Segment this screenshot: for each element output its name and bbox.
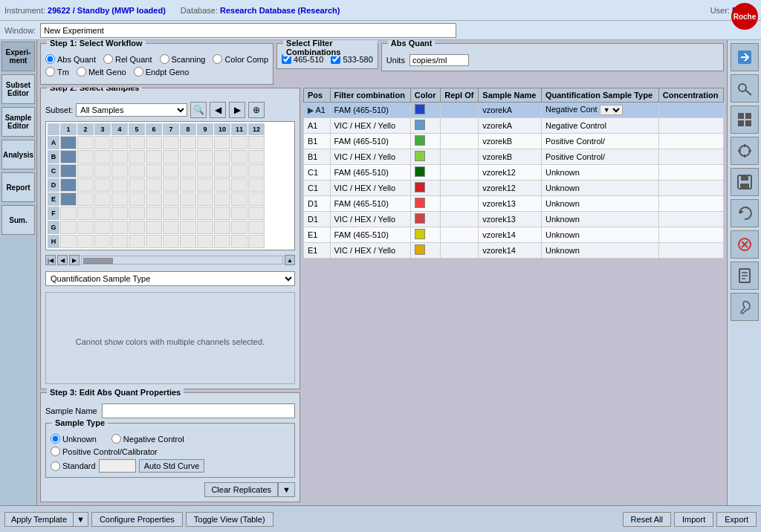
plate-cell-e2[interactable] <box>77 192 94 206</box>
plate-cell-f8[interactable] <box>180 207 196 220</box>
nav-prev[interactable]: ◀ <box>57 255 68 265</box>
plate-cell-b9[interactable] <box>197 150 213 163</box>
plate-cell-c7[interactable] <box>163 164 179 178</box>
plate-cell-d5[interactable] <box>129 178 145 192</box>
plate-cell-g5[interactable] <box>129 221 145 234</box>
plate-cell-a2[interactable] <box>77 136 94 149</box>
clear-replicates-arrow[interactable]: ▼ <box>278 482 295 497</box>
plate-cell-c3[interactable] <box>94 164 111 178</box>
plate-cell-f5[interactable] <box>129 207 145 220</box>
plate-cell-f1[interactable] <box>60 207 77 220</box>
plate-cell-e9[interactable] <box>197 192 213 206</box>
plate-cell-c12[interactable] <box>248 164 265 178</box>
plate-cell-c8[interactable] <box>180 164 196 178</box>
plate-cell-b2[interactable] <box>77 150 94 163</box>
plate-cell-h7[interactable] <box>163 235 179 248</box>
table-scroll[interactable]: Pos Filter combination Color Repl Of Sam… <box>303 88 724 502</box>
plate-cell-b11[interactable] <box>231 150 247 163</box>
table-row[interactable]: E1FAM (465-510)vzorek14Unknown <box>304 227 724 243</box>
concentration-input[interactable] <box>99 459 136 473</box>
zoom-icon[interactable]: ⊕ <box>248 102 265 118</box>
plate-cell-c9[interactable] <box>197 164 213 178</box>
plate-cell-b1[interactable] <box>60 150 77 163</box>
plate-cell-e12[interactable] <box>248 192 265 206</box>
plate-cell-a3[interactable] <box>94 136 111 149</box>
plate-cell-g8[interactable] <box>180 221 196 234</box>
units-input[interactable] <box>409 54 469 66</box>
apply-template-arrow[interactable]: ▼ <box>74 512 88 527</box>
nav-next[interactable]: ▶ <box>69 255 80 265</box>
plate-cell-e8[interactable] <box>180 192 196 206</box>
right-icon-key[interactable] <box>731 74 759 103</box>
plate-cell-e11[interactable] <box>231 192 247 206</box>
plate-cell-a6[interactable] <box>146 136 162 149</box>
nav-up[interactable]: ▲ <box>285 255 295 265</box>
plate-cell-h10[interactable] <box>214 235 230 248</box>
clear-replicates-button[interactable]: Clear Replicates <box>204 482 278 497</box>
plate-cell-a8[interactable] <box>180 136 196 149</box>
plate-cell-b3[interactable] <box>94 150 111 163</box>
plate-cell-d1[interactable] <box>60 178 77 192</box>
plate-cell-d11[interactable] <box>231 178 247 192</box>
plate-cell-f11[interactable] <box>231 207 247 220</box>
search-icon[interactable]: 🔍 <box>190 102 207 118</box>
plate-cell-a11[interactable] <box>231 136 247 149</box>
sidebar-item-subset-editor[interactable]: Subset Editor <box>1 74 35 104</box>
import-button[interactable]: Import <box>674 512 713 527</box>
right-icon-grid[interactable] <box>731 106 759 134</box>
plate-cell-a1[interactable] <box>60 136 77 149</box>
next-icon[interactable]: ▶ <box>229 102 245 118</box>
plate-cell-f12[interactable] <box>248 207 265 220</box>
plate-cell-d8[interactable] <box>180 178 196 192</box>
plate-cell-g4[interactable] <box>111 221 128 234</box>
plate-cell-b6[interactable] <box>146 150 162 163</box>
right-icon-doc[interactable] <box>731 262 759 290</box>
radio-abs-quant[interactable]: Abs Quant <box>45 54 96 64</box>
plate-cell-b12[interactable] <box>248 150 265 163</box>
plate-cell-h6[interactable] <box>146 235 162 248</box>
radio-rel-quant[interactable]: Rel Quant <box>103 54 152 64</box>
plate-cell-h8[interactable] <box>180 235 196 248</box>
plate-cell-d6[interactable] <box>146 178 162 192</box>
plate-cell-g9[interactable] <box>197 221 213 234</box>
table-row[interactable]: A1VIC / HEX / YellovzorekANegative Contr… <box>304 118 724 134</box>
radio-scanning[interactable]: Scanning <box>160 54 206 64</box>
apply-template-button[interactable]: Apply Template <box>4 512 74 527</box>
plate-cell-e6[interactable] <box>146 192 162 206</box>
radio-endpt-geno[interactable]: Endpt Geno <box>134 67 190 77</box>
plate-cell-g11[interactable] <box>231 221 247 234</box>
plate-cell-d7[interactable] <box>163 178 179 192</box>
plate-cell-e3[interactable] <box>94 192 111 206</box>
plate-cell-a4[interactable] <box>111 136 128 149</box>
right-icon-login[interactable] <box>731 43 759 71</box>
quant-type-select[interactable]: Quantification Sample Type <box>45 271 295 286</box>
toggle-view-button[interactable]: Toggle View (Table) <box>186 512 273 527</box>
h-scrollbar[interactable] <box>81 256 283 265</box>
table-row[interactable]: B1FAM (465-510)vzorekBPositive Control/ <box>304 134 724 149</box>
right-icon-wrench[interactable] <box>731 293 759 321</box>
plate-cell-h11[interactable] <box>231 235 247 248</box>
plate-cell-a12[interactable] <box>248 136 265 149</box>
radio-standard[interactable]: Standard <box>51 461 96 471</box>
plate-cell-e5[interactable] <box>129 192 145 206</box>
configure-properties-button[interactable]: Configure Properties <box>91 512 183 527</box>
plate-cell-c6[interactable] <box>146 164 162 178</box>
plate-cell-d2[interactable] <box>77 178 94 192</box>
plate-cell-c5[interactable] <box>129 164 145 178</box>
plate-cell-f2[interactable] <box>77 207 94 220</box>
sidebar-item-sum[interactable]: Sum. <box>1 205 35 235</box>
radio-negative-control[interactable]: Negative Control <box>111 434 184 444</box>
radio-melt-geno[interactable]: Melt Geno <box>77 67 126 77</box>
right-icon-crosshair[interactable] <box>731 137 759 165</box>
plate-cell-h2[interactable] <box>77 235 94 248</box>
plate-cell-b7[interactable] <box>163 150 179 163</box>
table-row[interactable]: C1FAM (465-510)vzorek12Unknown <box>304 165 724 181</box>
radio-color-comp[interactable]: Color Comp <box>213 54 268 64</box>
sidebar-item-analysis[interactable]: Analysis <box>1 140 35 169</box>
plate-cell-f4[interactable] <box>111 207 128 220</box>
plate-cell-g7[interactable] <box>163 221 179 234</box>
sidebar-item-report[interactable]: Report <box>1 172 35 202</box>
plate-cell-f9[interactable] <box>197 207 213 220</box>
nav-first[interactable]: |◀ <box>45 255 56 265</box>
right-icon-undo[interactable] <box>731 199 759 227</box>
